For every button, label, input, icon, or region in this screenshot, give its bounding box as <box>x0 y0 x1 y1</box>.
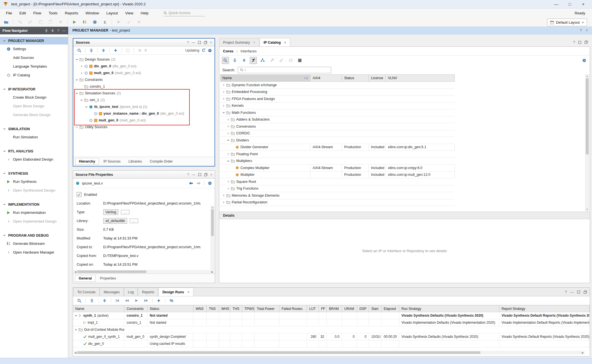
chevron-down-icon[interactable] <box>3 150 6 152</box>
expander-icon[interactable] <box>75 314 77 317</box>
flownav-section-header-program-and-debug[interactable]: PROGRAM AND DEBUG <box>0 232 68 239</box>
expander-icon[interactable] <box>227 180 229 183</box>
subtab-cores[interactable]: Cores <box>223 49 233 53</box>
report-button[interactable] <box>296 57 303 64</box>
column-header-tpws[interactable]: TPWS <box>242 305 255 312</box>
column-header-ths[interactable]: THS <box>230 305 242 312</box>
minimize-icon[interactable]: — <box>192 173 195 177</box>
ip-catalog-row[interactable]: Square Root <box>220 178 455 185</box>
float-icon[interactable] <box>584 290 587 294</box>
collapse-all-button[interactable] <box>89 297 95 304</box>
column-header-total-power[interactable]: Total Power <box>255 305 279 312</box>
step-forward-button[interactable] <box>143 297 149 304</box>
column-header-license[interactable]: License <box>369 75 386 81</box>
column-header-whs[interactable]: WHS <box>219 305 230 312</box>
column-header-wns[interactable]: WNS <box>193 305 207 312</box>
chevron-down-icon[interactable] <box>3 39 6 42</box>
minimize-icon[interactable]: — <box>192 41 195 45</box>
column-header-start[interactable]: Start <box>369 305 381 312</box>
field-value-box[interactable]: Verilog <box>103 209 118 215</box>
flownav-item-open-hardware-manager[interactable]: Open Hardware Manager <box>0 248 68 257</box>
help-icon[interactable]: ? <box>57 29 59 33</box>
search-button[interactable] <box>76 297 83 304</box>
tab-reports[interactable]: Reports <box>138 288 158 296</box>
design-run-row[interactable]: Out-of-Context Module Runs <box>73 326 590 333</box>
generate-bitstream-button[interactable]: 0110 <box>81 19 88 25</box>
vertical-scrollbar[interactable]: ▲ ▼ <box>585 74 589 211</box>
sources-tree-item[interactable]: Simulation Sources(2) <box>73 90 215 97</box>
tab-tcl-console[interactable]: Tcl Console <box>73 288 100 296</box>
collapse-all-button[interactable] <box>231 57 238 64</box>
quick-access-input[interactable]: Quick Access <box>164 10 205 16</box>
step-back-button[interactable] <box>123 297 130 304</box>
chevron-down-icon[interactable] <box>3 128 6 130</box>
tab-ip-catalog[interactable]: IP Catalog× <box>260 38 290 46</box>
expander-icon[interactable] <box>76 79 78 81</box>
flownav-section-header-synthesis[interactable]: SYNTHESIS <box>0 170 68 177</box>
flownav-item-open-implemented-design[interactable]: Open Implemented Design <box>0 217 68 226</box>
sources-tree-item[interactable]: your_instance_name : div_gen_0(div_gen_0… <box>73 110 215 117</box>
column-header-failed-routes[interactable]: Failed Routes <box>279 305 307 312</box>
flownav-item-open-synthesized-design[interactable]: Open Synthesized Design <box>0 186 68 195</box>
menu-edit[interactable]: Edit <box>16 8 30 17</box>
chevron-down-icon[interactable] <box>3 234 6 237</box>
column-header-vlnv[interactable]: VLNV <box>386 75 455 81</box>
maximize-icon[interactable] <box>198 173 201 176</box>
search-button[interactable] <box>76 47 83 54</box>
menu-help[interactable]: Help <box>137 8 152 17</box>
expander-icon[interactable] <box>227 153 229 155</box>
forward-icon[interactable] <box>196 182 201 185</box>
column-header-run-strategy[interactable]: Run Strategy <box>399 305 499 312</box>
search-button[interactable] <box>222 57 229 64</box>
flownav-item-run-simulation[interactable]: Run Simulation <box>0 133 68 141</box>
maximize-icon[interactable] <box>198 41 201 44</box>
horizontal-scrollbar[interactable]: ◀ ▶ <box>74 270 214 274</box>
expander-icon[interactable] <box>75 329 77 331</box>
help-icon[interactable]: ? <box>580 28 582 32</box>
ip-catalog-row[interactable]: Adders & Subtracters <box>220 116 455 123</box>
chevron-right-icon[interactable] <box>7 220 10 223</box>
flownav-item-open-elaborated-design[interactable]: Open Elaborated Design <box>0 155 68 164</box>
expander-icon[interactable] <box>222 105 225 107</box>
design-run-row[interactable]: div_gen_0Using cached IP results <box>73 340 590 347</box>
close-tab-icon[interactable]: × <box>187 290 189 294</box>
ip-catalog-row[interactable]: MultiplierProductionIncludedxilinx.com:i… <box>220 172 455 179</box>
ip-catalog-row[interactable]: Conversions <box>220 123 455 130</box>
expander-icon[interactable] <box>227 160 229 162</box>
ip-catalog-row[interactable]: Complex MultiplierAXI4-StreamProductionI… <box>220 165 455 172</box>
open-file-button[interactable] <box>3 19 10 25</box>
sources-tree-item[interactable]: mult_gen_0(mult_gen_0.xci) <box>73 70 215 76</box>
vertical-scrollbar[interactable]: ▲ ▼ <box>211 206 214 278</box>
gear-icon[interactable] <box>582 58 586 63</box>
ip-catalog-row[interactable]: Math Functions <box>220 109 455 116</box>
column-header-elapsed[interactable]: Elapsed <box>381 305 399 312</box>
sources-tree-item[interactable]: mult_gen_0(mult_gen_0.xci) <box>73 117 215 124</box>
close-button[interactable]: × <box>577 1 589 8</box>
ip-search-input[interactable] <box>238 67 331 73</box>
collapse-all-button[interactable] <box>88 47 95 54</box>
create-run-button[interactable] <box>155 297 162 304</box>
sources-tree-item[interactable]: div_gen_0(div_gen_0.xci) <box>73 63 215 70</box>
ip-catalog-row[interactable]: Kernels <box>220 103 455 110</box>
ip-catalog-row[interactable]: CORDIC <box>220 130 455 137</box>
tab-hierarchy[interactable]: Hierarchy <box>75 158 99 165</box>
close-icon[interactable]: × <box>210 173 212 177</box>
expander-icon[interactable] <box>227 118 229 121</box>
maximize-button[interactable]: □ <box>564 1 576 8</box>
column-header-dsp[interactable]: DSP <box>357 305 369 312</box>
close-tab-icon[interactable]: × <box>253 41 255 45</box>
design-run-row[interactable]: mult_gen_0_synth_1mult_gen_0synth_design… <box>73 333 590 340</box>
flownav-section-header-ip-integrator[interactable]: IP INTEGRATOR <box>0 85 68 93</box>
chevron-down-icon[interactable] <box>3 88 6 90</box>
maximize-icon[interactable] <box>577 290 580 294</box>
help-icon[interactable]: ? <box>573 40 575 44</box>
horizontal-scrollbar[interactable]: ◀ ▶ <box>74 351 585 354</box>
sources-tree-item[interactable]: sim_1(2) <box>73 97 215 103</box>
subtab-interfaces[interactable]: Interfaces <box>240 49 257 53</box>
expander-icon[interactable] <box>80 72 83 74</box>
tab-ip-sources[interactable]: IP Sources <box>100 158 124 165</box>
design-run-row[interactable]: impl_1constrs_1Not startedVivado Impleme… <box>73 319 590 326</box>
ip-catalog-row[interactable]: FPGA Features and Design <box>220 96 455 103</box>
ip-catalog-row[interactable]: Multipliers <box>220 158 455 165</box>
chevron-down-icon[interactable] <box>3 172 6 175</box>
